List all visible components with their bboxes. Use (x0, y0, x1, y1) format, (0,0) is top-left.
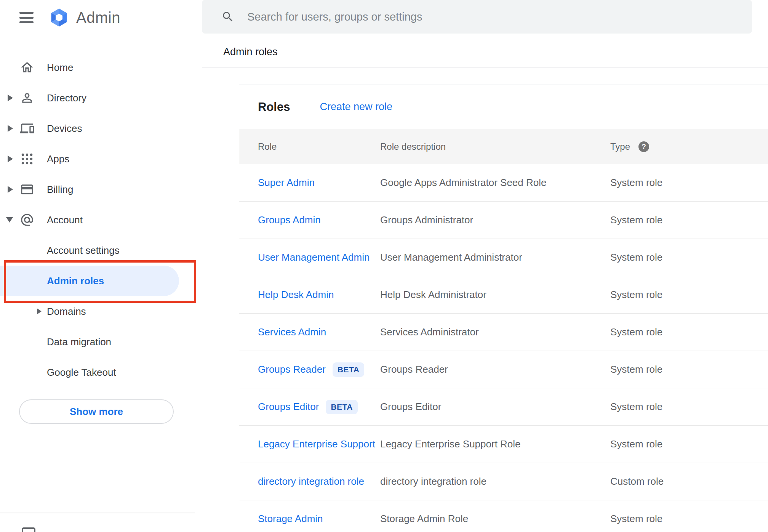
role-description: Groups Reader (380, 364, 610, 375)
column-header-type: Type ? (610, 141, 768, 152)
role-link[interactable]: Groups Editor (258, 401, 319, 413)
sidebar-item-label: Apps (47, 153, 69, 165)
table-row: Groups Editor BETA Groups Editor System … (239, 388, 768, 426)
apps-grid-icon (20, 152, 34, 166)
header-divider (202, 67, 768, 67)
role-link[interactable]: Help Desk Admin (258, 289, 334, 301)
role-description: Groups Administrator (380, 214, 610, 226)
role-link[interactable]: User Management Admin (258, 252, 370, 263)
sidebar-item-home[interactable]: Home (0, 52, 197, 83)
sidebar-item-admin-roles[interactable]: Admin roles (0, 266, 197, 296)
sidebar-item-account[interactable]: Account (0, 205, 197, 235)
role-type: System role (610, 214, 768, 226)
sidebar-item-label: Data migration (47, 336, 111, 348)
show-more-button[interactable]: Show more (19, 399, 174, 424)
role-link[interactable]: Groups Admin (258, 214, 321, 226)
beta-badge: BETA (326, 400, 358, 414)
role-link[interactable]: Legacy Enterprise Support (258, 438, 375, 450)
sidebar-item-domains[interactable]: Domains (0, 296, 197, 327)
expand-arrow-icon[interactable] (8, 155, 13, 162)
sidebar-item-data-migration[interactable]: Data migration (0, 327, 197, 357)
card-title: Roles (258, 100, 290, 114)
sidebar-item-directory[interactable]: Directory (0, 83, 197, 113)
role-type: System role (610, 326, 768, 338)
show-more-label: Show more (70, 406, 123, 418)
table-row: Groups Reader BETA Groups Reader System … (239, 351, 768, 388)
role-description: Help Desk Administrator (380, 289, 610, 301)
sidebar-item-label: Google Takeout (47, 367, 116, 378)
role-link[interactable]: Super Admin (258, 177, 315, 189)
sidebar: Admin Home Directory (0, 0, 197, 532)
sidebar-item-google-takeout[interactable]: Google Takeout (0, 357, 197, 388)
sidebar-item-label: Domains (47, 306, 86, 317)
app-title: Admin (76, 9, 120, 26)
role-link[interactable]: Groups Reader (258, 364, 326, 375)
table-row: Storage Admin Storage Admin Role System … (239, 500, 768, 532)
sidebar-nav: Home Directory Devices (0, 52, 197, 388)
sidebar-item-label: Devices (47, 123, 82, 135)
sidebar-item-account-settings[interactable]: Account settings (0, 235, 197, 266)
role-description: Legacy Enterprise Support Role (380, 438, 610, 450)
column-header-role: Role (239, 141, 380, 152)
beta-badge: BETA (333, 362, 365, 377)
expand-arrow-icon[interactable] (37, 308, 42, 314)
role-type: System role (610, 289, 768, 301)
admin-logo-icon (49, 7, 69, 28)
table-row: Services Admin Services Administrator Sy… (239, 314, 768, 351)
sidebar-item-billing[interactable]: Billing (0, 174, 197, 205)
expand-arrow-icon[interactable] (8, 95, 13, 101)
at-sign-icon (20, 213, 34, 227)
role-description: Groups Editor (380, 401, 610, 413)
role-type: System role (610, 513, 768, 525)
role-description: directory integration role (380, 476, 610, 487)
breadcrumb: Admin roles (223, 46, 278, 58)
role-type: System role (610, 438, 768, 450)
sidebar-bottom-divider (0, 513, 195, 513)
create-new-role-link[interactable]: Create new role (320, 101, 392, 113)
role-type: System role (610, 177, 768, 189)
role-description: Services Administrator (380, 326, 610, 338)
role-type: System role (610, 364, 768, 375)
table-row: User Management Admin User Management Ad… (239, 239, 768, 276)
expand-arrow-icon[interactable] (8, 186, 13, 193)
admin-console-page: Admin Home Directory (0, 0, 768, 532)
role-description: Storage Admin Role (380, 513, 610, 525)
role-type: Custom role (610, 476, 768, 487)
role-description: Google Apps Administrator Seed Role (380, 177, 610, 189)
expand-arrow-icon[interactable] (8, 125, 13, 132)
roles-card: Roles Create new role Role Role descript… (239, 85, 768, 532)
sidebar-item-label: Home (47, 62, 73, 74)
table-row: Legacy Enterprise Support Legacy Enterpr… (239, 426, 768, 463)
role-link[interactable]: Storage Admin (258, 513, 323, 525)
search-placeholder: Search for users, groups or settings (247, 11, 422, 23)
table-row: directory integration role directory int… (239, 463, 768, 500)
role-link[interactable]: directory integration role (258, 476, 364, 487)
sidebar-item-label: Account (47, 214, 83, 226)
role-type: System role (610, 401, 768, 413)
column-header-description: Role description (380, 141, 610, 152)
sidebar-bottom-partial-icon (22, 527, 35, 532)
sidebar-item-apps[interactable]: Apps (0, 144, 197, 174)
sidebar-item-devices[interactable]: Devices (0, 113, 197, 144)
collapse-arrow-icon[interactable] (6, 217, 13, 223)
role-type: System role (610, 252, 768, 263)
sidebar-item-label: Admin roles (47, 275, 104, 287)
person-icon (20, 91, 34, 105)
column-header-type-label: Type (610, 141, 630, 152)
table-row: Super Admin Google Apps Administrator Se… (239, 164, 768, 202)
sidebar-header: Admin (0, 0, 197, 35)
credit-card-icon (20, 182, 34, 197)
table-header-row: Role Role description Type ? (239, 129, 768, 164)
sidebar-item-label: Directory (47, 92, 86, 104)
search-icon (221, 10, 234, 23)
hamburger-menu-icon[interactable] (19, 12, 34, 23)
help-icon[interactable]: ? (638, 141, 649, 152)
sidebar-item-label: Account settings (47, 245, 120, 256)
roles-card-header: Roles Create new role (239, 85, 768, 129)
table-row: Help Desk Admin Help Desk Administrator … (239, 276, 768, 314)
search-bar[interactable]: Search for users, groups or settings (202, 0, 752, 34)
sidebar-item-label: Billing (47, 184, 73, 195)
role-description: User Management Administrator (380, 252, 610, 263)
home-icon (20, 60, 34, 75)
role-link[interactable]: Services Admin (258, 326, 326, 338)
